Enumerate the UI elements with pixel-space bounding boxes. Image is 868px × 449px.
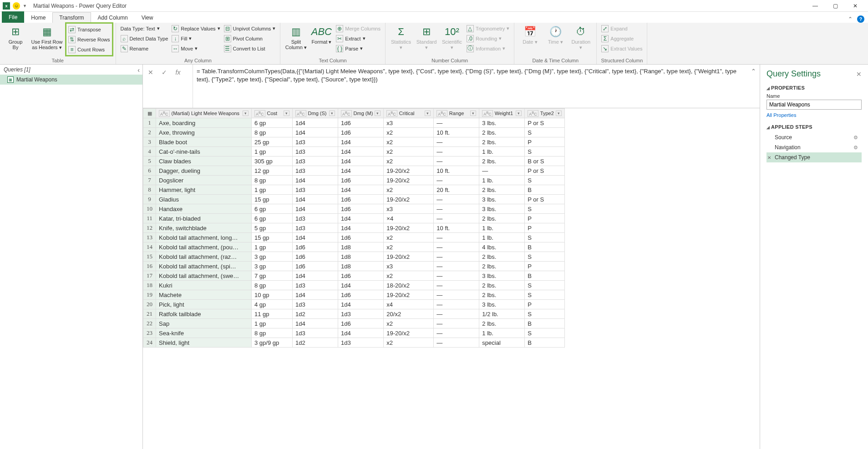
unpivot-button[interactable]: ⊟Unpivot Columns ▾	[223, 24, 277, 33]
row-number[interactable]: 11	[143, 214, 156, 223]
format-button[interactable]: ABC Format ▾	[310, 24, 333, 45]
table-row[interactable]: 10Handaxe6 gp1d41d6x3—3 lbs.S	[143, 204, 565, 214]
cell[interactable]: P	[525, 262, 565, 271]
formula-accept-button[interactable]: ✓	[159, 67, 169, 77]
move-button[interactable]: ↔Move ▾	[171, 44, 221, 53]
cell[interactable]: 3 lbs.	[479, 271, 525, 281]
cell[interactable]: —	[434, 281, 479, 290]
cell[interactable]: Dogslicer	[156, 176, 252, 185]
cell[interactable]: 1d3	[293, 328, 338, 338]
cell[interactable]: S	[525, 309, 565, 319]
cell[interactable]: 1d3	[293, 185, 338, 195]
row-number[interactable]: 14	[143, 242, 156, 252]
cell[interactable]: —	[434, 328, 479, 338]
column-header[interactable]: ABCDmg (M)▾	[338, 109, 384, 118]
cell[interactable]: 2 lbs.	[479, 290, 525, 300]
cell[interactable]: x2	[384, 147, 434, 156]
standard-button[interactable]: ⊞ Standard ▾	[415, 24, 438, 51]
statistics-button[interactable]: Σ Statistics ▾	[389, 24, 413, 51]
cell[interactable]: Handaxe	[156, 204, 252, 214]
row-number[interactable]: 10	[143, 204, 156, 214]
cell[interactable]: 2 lbs.	[479, 128, 525, 137]
tab-file[interactable]: File	[2, 11, 24, 23]
cell[interactable]: 305 gp	[252, 156, 293, 166]
cell[interactable]: Hammer, light	[156, 185, 252, 195]
cell[interactable]: 3 gp/9 gp	[252, 338, 293, 348]
cell[interactable]: 1d3	[293, 156, 338, 166]
cell[interactable]: 1d3	[293, 214, 338, 223]
cell[interactable]: Pick, light	[156, 300, 252, 309]
cell[interactable]: —	[434, 176, 479, 185]
row-number[interactable]: 7	[143, 176, 156, 185]
cell[interactable]: 1 lb.	[479, 176, 525, 185]
cell[interactable]: —	[434, 204, 479, 214]
tab-transform[interactable]: Transform	[52, 12, 91, 23]
filter-dropdown-icon[interactable]: ▾	[375, 111, 381, 116]
cell[interactable]: 7 gp	[252, 271, 293, 281]
convert-list-button[interactable]: ☰Convert to List	[223, 44, 277, 53]
table-row[interactable]: 7Dogslicer8 gp1d41d619-20/x2—1 lb.S	[143, 176, 565, 185]
table-row[interactable]: 17Kobold tail attachment, (swe…7 gp1d41d…	[143, 271, 565, 281]
cell[interactable]: 10 ft.	[434, 128, 479, 137]
cell[interactable]: —	[479, 166, 525, 176]
cell[interactable]: 1d8	[338, 242, 384, 252]
close-button[interactable]: ✕	[845, 1, 865, 11]
cell[interactable]: 1d2	[293, 309, 338, 319]
cell[interactable]: —	[434, 271, 479, 281]
cell[interactable]: 1d4	[293, 128, 338, 137]
row-number[interactable]: 15	[143, 252, 156, 262]
row-number[interactable]: 5	[143, 156, 156, 166]
cell[interactable]: 19-20/x2	[384, 176, 434, 185]
transpose-button[interactable]: ⇄Transpose	[67, 25, 111, 34]
cell[interactable]: 1d3	[293, 223, 338, 233]
cell[interactable]: —	[434, 147, 479, 156]
row-number[interactable]: 22	[143, 319, 156, 328]
tab-add-column[interactable]: Add Column	[91, 12, 135, 23]
cell[interactable]: 20 ft.	[434, 185, 479, 195]
queries-collapse-icon[interactable]: ‹	[137, 66, 140, 74]
cell[interactable]: 6 gp	[252, 118, 293, 128]
cell[interactable]: 2 lbs.	[479, 156, 525, 166]
table-row[interactable]: 18Kukri8 gp1d31d418-20/x2—2 lbs.S	[143, 281, 565, 290]
cell[interactable]: 19-20/x2	[384, 223, 434, 233]
cell[interactable]: 1 gp	[252, 185, 293, 195]
table-row[interactable]: 2Axe, throwing8 gp1d41d6x210 ft.2 lbs.S	[143, 128, 565, 137]
cell[interactable]: 4 gp	[252, 300, 293, 309]
cell[interactable]: —	[434, 319, 479, 328]
cell[interactable]: 1d4	[293, 271, 338, 281]
detect-type-button[interactable]: ⌕Detect Data Type	[120, 34, 169, 43]
cell[interactable]: Axe, throwing	[156, 128, 252, 137]
row-number[interactable]: 6	[143, 166, 156, 176]
expand-button[interactable]: ⤢Expand	[600, 24, 643, 33]
cell[interactable]: 1d6	[338, 233, 384, 242]
cell[interactable]: 1 gp	[252, 319, 293, 328]
cell[interactable]: —	[434, 156, 479, 166]
cell[interactable]: 1/2 lb.	[479, 309, 525, 319]
cell[interactable]: B	[525, 242, 565, 252]
cell[interactable]: P or S	[525, 118, 565, 128]
cell[interactable]: 3 lbs.	[479, 300, 525, 309]
cell[interactable]: 1d4	[293, 319, 338, 328]
cell[interactable]: P or S	[525, 195, 565, 204]
cell[interactable]: 1d4	[338, 214, 384, 223]
row-number[interactable]: 1	[143, 118, 156, 128]
cell[interactable]: 1d4	[338, 281, 384, 290]
cell[interactable]: 1d3	[293, 300, 338, 309]
help-icon[interactable]: ?	[857, 15, 864, 23]
cell[interactable]: 1 lb.	[479, 233, 525, 242]
cell[interactable]: P	[525, 137, 565, 147]
cell[interactable]: Kobold tail attachment, (pou…	[156, 242, 252, 252]
cell[interactable]: 10 ft.	[434, 223, 479, 233]
group-by-button[interactable]: ⊞ Group By	[4, 24, 27, 51]
properties-section-head[interactable]: PROPERTIES	[766, 85, 862, 91]
rounding-button[interactable]: .0Rounding ▾	[466, 34, 510, 43]
table-row[interactable]: 13Kobold tail attachment, long…15 gp1d41…	[143, 233, 565, 242]
cell[interactable]: —	[434, 195, 479, 204]
cell[interactable]: 1d3	[293, 137, 338, 147]
cell[interactable]: 8 gp	[252, 281, 293, 290]
scientific-button[interactable]: 10² Scientific ▾	[440, 24, 464, 51]
row-number[interactable]: 4	[143, 147, 156, 156]
cell[interactable]: 12 gp	[252, 166, 293, 176]
cell[interactable]: —	[434, 262, 479, 271]
cell[interactable]: 19-20/x2	[384, 166, 434, 176]
